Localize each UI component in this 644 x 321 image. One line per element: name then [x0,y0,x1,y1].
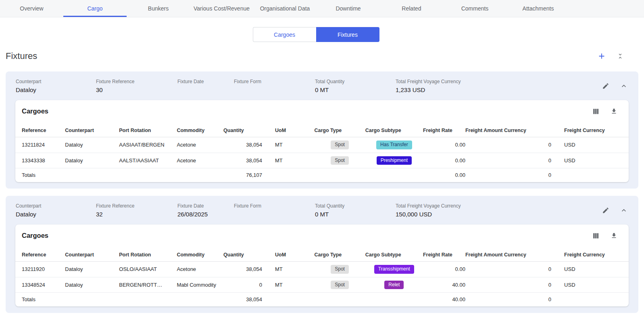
column-settings-button[interactable] [592,232,599,239]
col-quantity[interactable]: Quantity [223,124,262,137]
tab-various-cost-revenue[interactable]: Various Cost/Revenue [190,0,253,17]
add-fixture-button[interactable] [597,52,606,61]
total-freight-value: 1,233 USD [396,86,500,94]
col-port-rotation[interactable]: Port Rotation [119,124,177,137]
cell-freight-amount-currency: 0 [465,137,551,153]
fixture-date-label: Fixture Date [177,79,234,84]
column-settings-button[interactable] [592,108,599,115]
collapse-all-button[interactable] [617,52,624,60]
tab-overview[interactable]: Overview [0,0,63,17]
collapse-card-button[interactable] [620,82,628,90]
fixture-form-value [234,211,315,218]
cell-quantity: 38,054 [223,137,262,153]
col-counterpart[interactable]: Counterpart [65,124,119,137]
col-freight-rate[interactable]: Freight Rate [423,124,465,137]
tab-organisational-data[interactable]: Organisational Data [253,0,317,17]
cell-freight-currency: USD [551,262,629,277]
download-button[interactable] [611,108,617,115]
cell-reference: 13343338 [15,153,65,168]
toggle-cargoes[interactable]: Cargoes [253,27,316,42]
tab-related[interactable]: Related [380,0,443,17]
tab-bunkers[interactable]: Bunkers [127,0,190,17]
total-quantity-label: Total Quantity [315,79,396,84]
total-quantity-value: 0 MT [315,86,396,94]
cell-commodity: Mabl Commodity [177,277,223,293]
col-counterpart[interactable]: Counterpart [65,248,119,262]
table-row[interactable]: 13211920 Dataloy OSLO/AASIAAT Acetone 38… [15,262,629,277]
fixture-reference-label: Fixture Reference [96,79,177,84]
col-uom[interactable]: UoM [262,124,314,137]
cell-freight-amount-currency: 0 [465,277,551,293]
view-columns-icon [592,232,599,239]
fixture-reference-value: 30 [96,86,177,94]
cell-counterpart: Dataloy [65,262,119,277]
col-uom[interactable]: UoM [262,248,314,262]
col-reference[interactable]: Reference [15,248,65,262]
chevron-up-icon [620,206,628,214]
fixture-card: Counterpart Dataloy Fixture Reference 30… [6,71,638,189]
tab-attachments[interactable]: Attachments [506,0,570,17]
cell-uom: MT [262,262,314,277]
table-header-row: Reference Counterpart Port Rotation Comm… [15,124,629,137]
edit-fixture-button[interactable] [602,207,609,214]
cargoes-table: Reference Counterpart Port Rotation Comm… [15,248,629,306]
cargo-subtype-badge: Preshipment [377,156,412,165]
totals-row: Totals 38,054 40.00 0 [15,293,629,307]
cell-counterpart: Dataloy [65,137,119,153]
cell-reference: 13211920 [15,262,65,277]
fixture-form-label: Fixture Form [234,203,315,209]
cargo-subtype-badge: Has Transfer [376,141,412,149]
cell-quantity: 0 [223,277,262,293]
col-freight-currency[interactable]: Freight Currency [551,248,629,262]
counterpart-label: Counterpart [16,79,96,84]
download-button[interactable] [611,232,617,239]
cell-port-rotation: BERGEN/ROTT… [119,277,177,293]
cell-uom: MT [262,277,314,293]
tab-comments[interactable]: Comments [443,0,506,17]
cell-quantity: 38,054 [223,153,262,168]
col-cargo-subtype[interactable]: Cargo Subtype [365,124,423,137]
cell-reference: 13211824 [15,137,65,153]
col-freight-rate[interactable]: Freight Rate [423,248,465,262]
col-commodity[interactable]: Commodity [177,124,223,137]
tab-cargo[interactable]: Cargo [63,0,127,17]
col-freight-amount-currency[interactable]: Freight Amount Currency [465,124,551,137]
totals-freight-rate: 40.00 [423,293,465,307]
col-quantity[interactable]: Quantity [223,248,262,262]
fixture-reference-label: Fixture Reference [96,203,177,209]
cargo-type-badge: Spot [331,281,349,290]
table-row[interactable]: 13343338 Dataloy AALST/AASIAAT Acetone 3… [15,153,629,168]
cell-freight-rate: 0.00 [423,262,465,277]
col-freight-currency[interactable]: Freight Currency [551,124,629,137]
fixture-date-value [177,86,234,94]
cell-freight-amount-currency: 0 [465,262,551,277]
col-port-rotation[interactable]: Port Rotation [119,248,177,262]
cell-port-rotation: OSLO/AASIAAT [119,262,177,277]
chevron-up-icon [620,82,628,90]
col-cargo-type[interactable]: Cargo Type [314,248,365,262]
total-quantity-value: 0 MT [315,211,396,218]
collapse-card-button[interactable] [620,206,628,214]
table-row[interactable]: 13348524 Dataloy BERGEN/ROTT… Mabl Commo… [15,277,629,293]
cell-uom: MT [262,137,314,153]
total-quantity-label: Total Quantity [315,203,396,209]
table-header-row: Reference Counterpart Port Rotation Comm… [15,248,629,262]
col-cargo-subtype[interactable]: Cargo Subtype [365,248,423,262]
cell-freight-currency: USD [551,153,629,168]
toggle-fixtures[interactable]: Fixtures [316,27,379,42]
cargoes-title: Cargoes [22,107,48,115]
fixture-summary: Counterpart Dataloy Fixture Reference 32… [15,202,629,224]
col-cargo-type[interactable]: Cargo Type [314,124,365,137]
fixture-date-value: 26/08/2025 [177,211,234,218]
cargo-type-badge: Spot [331,265,349,274]
col-freight-amount-currency[interactable]: Freight Amount Currency [465,248,551,262]
cell-freight-rate: 0.00 [423,153,465,168]
counterpart-value: Dataloy [16,86,96,94]
edit-fixture-button[interactable] [602,82,609,90]
col-commodity[interactable]: Commodity [177,248,223,262]
cargo-type-badge: Spot [331,156,349,165]
col-reference[interactable]: Reference [15,124,65,137]
tab-downtime[interactable]: Downtime [317,0,380,17]
table-row[interactable]: 13211824 Dataloy AASIAAT/BERGEN Acetone … [15,137,629,153]
cell-freight-amount-currency: 0 [465,153,551,168]
